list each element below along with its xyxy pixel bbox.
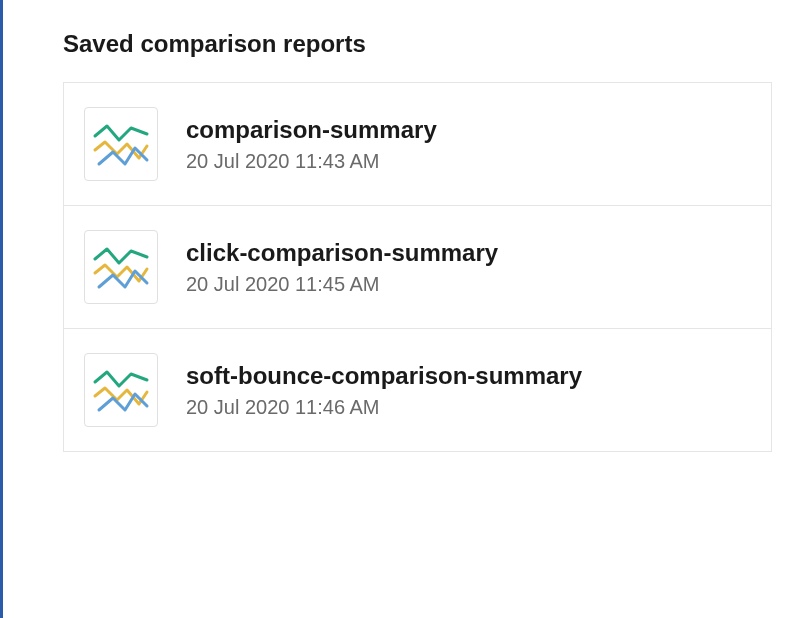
report-item[interactable]: click-comparison-summary 20 Jul 2020 11:…	[63, 205, 772, 328]
report-title: click-comparison-summary	[186, 239, 751, 267]
section-title: Saved comparison reports	[63, 30, 792, 58]
report-item[interactable]: soft-bounce-comparison-summary 20 Jul 20…	[63, 328, 772, 452]
report-content: soft-bounce-comparison-summary 20 Jul 20…	[186, 362, 751, 419]
chart-lines-icon	[84, 353, 158, 427]
report-timestamp: 20 Jul 2020 11:43 AM	[186, 150, 751, 173]
chart-lines-icon	[84, 230, 158, 304]
report-title: soft-bounce-comparison-summary	[186, 362, 751, 390]
chart-lines-icon	[84, 107, 158, 181]
report-item[interactable]: comparison-summary 20 Jul 2020 11:43 AM	[63, 82, 772, 205]
report-timestamp: 20 Jul 2020 11:46 AM	[186, 396, 751, 419]
report-title: comparison-summary	[186, 116, 751, 144]
report-timestamp: 20 Jul 2020 11:45 AM	[186, 273, 751, 296]
report-content: comparison-summary 20 Jul 2020 11:43 AM	[186, 116, 751, 173]
report-content: click-comparison-summary 20 Jul 2020 11:…	[186, 239, 751, 296]
reports-list: comparison-summary 20 Jul 2020 11:43 AM …	[63, 82, 772, 452]
saved-reports-panel: Saved comparison reports comparison-summ…	[0, 0, 792, 618]
